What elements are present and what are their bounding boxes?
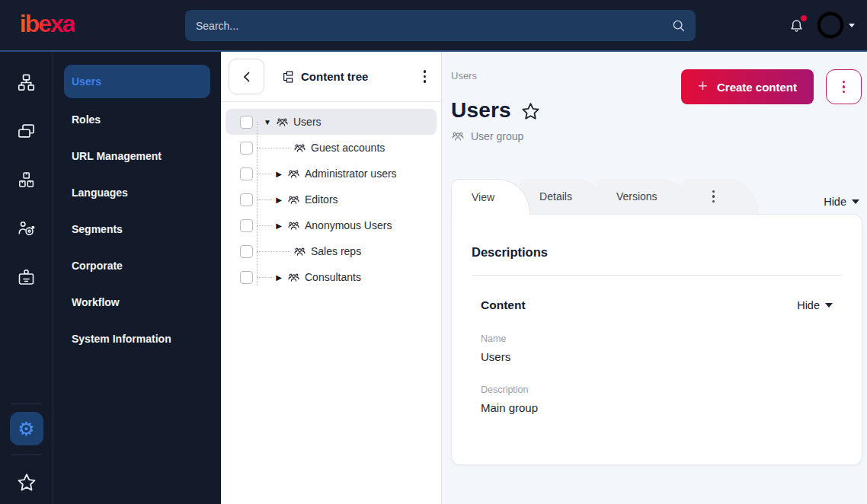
sidebar-item-label: Roles [72, 113, 101, 126]
rail-divider [11, 404, 42, 404]
hide-tabs-button[interactable]: Hide [824, 196, 859, 208]
favorites-button[interactable] [16, 472, 37, 493]
sidebar-item-label: URL Management [72, 150, 162, 162]
settings-button[interactable]: ⚙ [10, 412, 43, 445]
plus-icon: + [698, 78, 708, 94]
caret-collapsed-icon[interactable]: ▶ [274, 273, 284, 282]
main-content: Users + Create content Users User group [442, 52, 867, 504]
sidebar-item-url-management[interactable]: URL Management [64, 142, 210, 170]
sidebar-item-label: Corporate [72, 260, 123, 272]
hide-section-button[interactable]: Hide [797, 299, 833, 311]
sidebar-item-label: Languages [72, 187, 128, 199]
tree-checkbox[interactable] [240, 142, 253, 155]
tree-checkbox[interactable] [240, 193, 253, 206]
field-label-description: Description [481, 384, 842, 395]
card-heading: Descriptions [472, 245, 842, 260]
page-title: Users [451, 98, 511, 123]
favorite-star-icon[interactable] [520, 101, 541, 122]
content-tree-icon [281, 70, 295, 84]
tree-checkbox[interactable] [240, 271, 253, 284]
tree-checkbox[interactable] [240, 245, 253, 258]
caret-down-icon [849, 24, 855, 27]
content-tree-list: ▼ Users Guest accounts ▶ Administrator u… [221, 102, 441, 290]
content-icon[interactable] [11, 116, 42, 146]
section-heading: Content [481, 298, 526, 312]
user-group-icon [287, 271, 300, 284]
sidebar-item-corporate[interactable]: Corporate [64, 252, 210, 279]
search-input[interactable] [185, 10, 696, 41]
caret-collapsed-icon[interactable]: ▶ [274, 170, 284, 178]
notifications-button[interactable] [788, 15, 805, 35]
tab-versions[interactable]: Versions [597, 179, 693, 214]
divider [472, 275, 842, 276]
user-group-icon [293, 142, 306, 155]
tree-guide-line [257, 122, 258, 286]
tab-details[interactable]: Details [520, 179, 607, 214]
caret-collapsed-icon[interactable]: ▶ [274, 196, 284, 204]
tree-checkbox[interactable] [240, 116, 253, 129]
star-icon [16, 472, 37, 493]
tree-checkbox[interactable] [240, 219, 253, 232]
notification-dot [801, 15, 807, 21]
caret-expanded-icon[interactable]: ▼ [262, 118, 273, 126]
sidebar-item-segments[interactable]: Segments [64, 215, 210, 243]
sidebar-item-users[interactable]: Users [64, 65, 210, 98]
tab-bar: View Details Versions Hide [451, 179, 862, 214]
chevron-left-icon [239, 69, 254, 85]
content-type-label: User group [451, 129, 862, 143]
global-search [185, 10, 696, 41]
sidebar-item-languages[interactable]: Languages [64, 179, 210, 206]
field-value-name: Users [481, 350, 842, 363]
sidebar-item-label: Segments [72, 223, 123, 235]
rail-divider [11, 455, 42, 455]
user-group-icon [287, 193, 300, 206]
sidebar-item-label: Workflow [72, 296, 120, 308]
field-value-description: Main group [481, 401, 842, 414]
tree-options-button[interactable] [419, 65, 431, 88]
tab-view[interactable]: View [451, 179, 530, 215]
badge-icon[interactable] [11, 262, 42, 292]
caret-down-icon [825, 303, 833, 308]
avatar [817, 12, 843, 38]
gear-icon: ⚙ [18, 419, 34, 439]
collapse-tree-button[interactable] [229, 59, 264, 94]
kebab-icon [708, 186, 720, 208]
user-group-icon [293, 245, 306, 258]
search-icon[interactable] [670, 18, 686, 33]
app-window: ibexa [0, 0, 867, 504]
icon-rail: ⚙ [0, 52, 53, 504]
caret-collapsed-icon[interactable]: ▶ [274, 222, 284, 230]
user-group-icon [276, 116, 289, 129]
content-tree-panel: Content tree ▼ Users Guest accoun [221, 52, 442, 504]
user-group-icon [451, 129, 465, 143]
more-options-button[interactable] [826, 69, 862, 104]
user-group-icon [287, 167, 300, 180]
create-content-button[interactable]: + Create content [681, 69, 814, 104]
sidebar-item-label: Users [72, 75, 101, 88]
content-tree-header: Content tree [221, 52, 441, 102]
sidebar-item-system-information[interactable]: System Information [64, 325, 210, 352]
tab-more-button[interactable] [682, 179, 760, 214]
field-label-name: Name [481, 333, 842, 344]
descriptions-card: Descriptions Content Hide Name Users Des… [451, 214, 862, 465]
products-icon[interactable] [11, 164, 42, 195]
admin-sidebar: Users Roles URL Management Languages Seg… [53, 52, 221, 504]
user-menu[interactable] [817, 12, 855, 38]
topbar-actions [788, 12, 855, 38]
user-group-icon [287, 219, 300, 232]
content-tree-title: Content tree [301, 70, 368, 83]
kebab-icon [838, 76, 850, 98]
sidebar-item-workflow[interactable]: Workflow [64, 289, 210, 316]
sidebar-item-roles[interactable]: Roles [64, 106, 210, 133]
sidebar-item-label: System Information [72, 333, 171, 345]
sitemap-icon[interactable] [11, 67, 42, 97]
personalization-icon[interactable] [11, 213, 42, 244]
header-actions: + Create content [681, 69, 862, 104]
tree-checkbox[interactable] [240, 167, 253, 180]
caret-down-icon [852, 199, 859, 204]
ibexa-logo[interactable]: ibexa [20, 11, 75, 39]
top-bar: ibexa [0, 0, 867, 52]
